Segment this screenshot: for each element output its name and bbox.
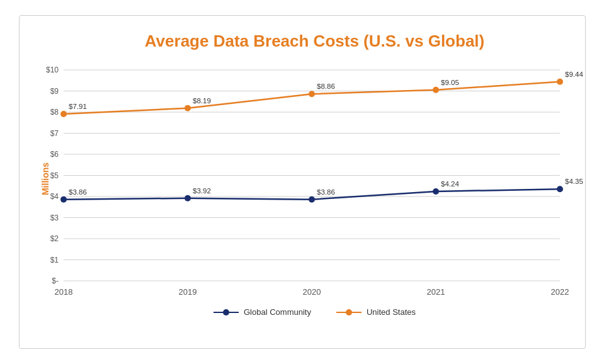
svg-point-37 <box>60 111 67 117</box>
svg-text:$-: $- <box>52 276 59 285</box>
svg-point-50 <box>346 309 352 316</box>
chart-container: Average Data Breach Costs (U.S. vs Globa… <box>19 15 586 349</box>
svg-point-35 <box>557 186 563 192</box>
svg-text:$3.92: $3.92 <box>193 187 211 195</box>
svg-point-41 <box>309 91 315 97</box>
svg-text:$8.86: $8.86 <box>317 82 335 90</box>
svg-text:$8: $8 <box>50 108 59 117</box>
svg-text:$1: $1 <box>50 256 59 264</box>
chart-legend: Global Community United States <box>64 307 566 317</box>
svg-point-39 <box>185 105 191 111</box>
svg-point-29 <box>185 195 191 202</box>
y-axis-label: Millions <box>40 162 50 195</box>
svg-text:2019: 2019 <box>178 287 197 297</box>
legend-global: Global Community <box>214 307 311 317</box>
svg-text:2020: 2020 <box>302 287 321 297</box>
svg-text:$6: $6 <box>50 150 59 159</box>
svg-text:$9: $9 <box>50 87 59 96</box>
svg-text:2018: 2018 <box>54 287 72 297</box>
legend-us: United States <box>336 307 416 317</box>
svg-text:$9.44: $9.44 <box>565 71 583 78</box>
svg-point-33 <box>433 188 439 195</box>
svg-text:$9.05: $9.05 <box>441 79 459 86</box>
chart-svg: $-$1$2$3$4$5$6$7$8$9$1020182019202020212… <box>64 57 566 300</box>
svg-text:$3.86: $3.86 <box>69 188 87 196</box>
legend-global-line <box>214 309 239 316</box>
svg-text:$7: $7 <box>50 129 59 138</box>
svg-text:$3: $3 <box>50 213 59 222</box>
chart-area: Millions $-$1$2$3$4$5$6$7$8$9$1020182019… <box>64 57 566 300</box>
svg-text:2022: 2022 <box>550 287 569 297</box>
svg-text:$5: $5 <box>50 171 59 180</box>
svg-point-27 <box>60 196 67 203</box>
svg-point-31 <box>309 196 315 203</box>
svg-text:$4.35: $4.35 <box>565 178 583 185</box>
svg-text:$10: $10 <box>45 65 58 74</box>
svg-point-45 <box>557 79 563 85</box>
legend-us-line <box>336 309 362 316</box>
svg-text:$8.19: $8.19 <box>193 97 211 105</box>
svg-point-43 <box>433 87 439 93</box>
svg-text:2021: 2021 <box>426 287 445 297</box>
svg-text:$2: $2 <box>50 234 59 243</box>
legend-us-label: United States <box>367 307 416 317</box>
svg-point-48 <box>223 309 229 316</box>
svg-text:$3.86: $3.86 <box>317 188 335 196</box>
svg-text:$4: $4 <box>50 192 59 201</box>
svg-text:$4.24: $4.24 <box>441 180 459 188</box>
legend-global-label: Global Community <box>244 307 311 317</box>
svg-text:$7.91: $7.91 <box>69 103 87 110</box>
chart-title: Average Data Breach Costs (U.S. vs Globa… <box>64 28 566 51</box>
